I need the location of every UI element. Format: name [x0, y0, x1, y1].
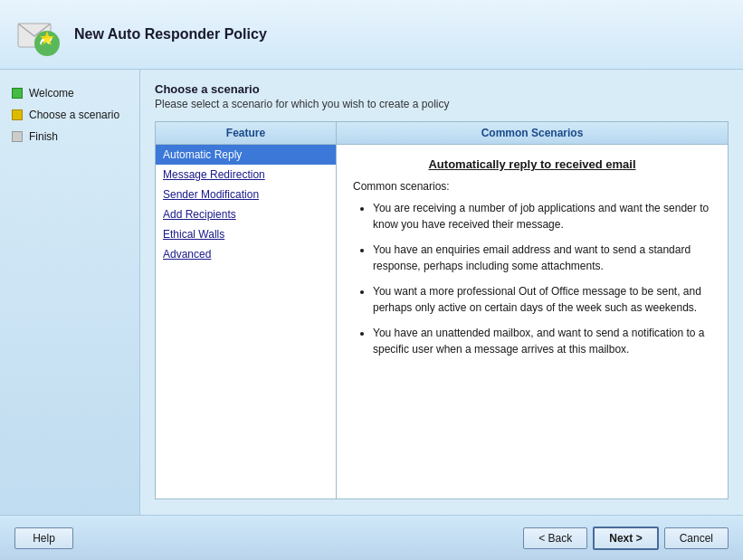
footer-left: Help — [14, 527, 73, 549]
sidebar-item-welcome-label: Welcome — [29, 87, 74, 100]
feature-item-ethical-walls[interactable]: Ethical Walls — [156, 224, 336, 244]
feature-item-add-recipients[interactable]: Add Recipients — [156, 204, 336, 224]
scenario-panel-header: Common Scenarios — [337, 122, 728, 145]
sidebar-item-welcome[interactable]: Welcome — [11, 84, 129, 102]
choose-scenario-status-icon — [11, 109, 24, 121]
scenario-panel: Common Scenarios Automatically reply to … — [337, 122, 728, 498]
scenario-bullet-0: You are receiving a number of job applic… — [373, 200, 711, 233]
cancel-button[interactable]: Cancel — [664, 527, 729, 549]
feature-item-message-redirection[interactable]: Message Redirection — [156, 165, 336, 185]
scenario-bullet-3: You have an unattended mailbox, and want… — [373, 325, 711, 357]
section-title: Choose a scenario — [155, 82, 729, 96]
scenario-bullets: You are receiving a number of job applic… — [353, 200, 711, 357]
header: New Auto Responder Policy — [0, 0, 743, 70]
footer: Help < Back Next > Cancel — [0, 515, 743, 560]
scenario-bullet-1: You have an enquiries email address and … — [373, 242, 711, 274]
feature-item-sender-modification[interactable]: Sender Modification — [156, 185, 336, 204]
section-subtitle: Please select a scenario for which you w… — [155, 98, 729, 110]
sidebar-item-finish-label: Finish — [29, 130, 58, 143]
sidebar-item-finish[interactable]: Finish — [11, 128, 129, 146]
finish-status-icon — [11, 130, 24, 143]
sidebar-item-choose-scenario-label: Choose a scenario — [29, 109, 119, 121]
scenario-bullet-2: You want a more professional Out of Offi… — [373, 283, 711, 316]
help-button[interactable]: Help — [14, 527, 73, 549]
feature-item-automatic-reply[interactable]: Automatic Reply — [156, 145, 336, 165]
main-content: Welcome Choose a scenario Finish Choose … — [0, 70, 743, 515]
feature-list: Feature Automatic Reply Message Redirect… — [156, 122, 337, 498]
scenario-common-label: Common scenarios: — [353, 180, 711, 193]
sidebar: Welcome Choose a scenario Finish — [0, 70, 140, 515]
footer-right: < Back Next > Cancel — [523, 527, 729, 550]
feature-item-advanced[interactable]: Advanced — [156, 244, 336, 264]
page-title: New Auto Responder Policy — [74, 26, 267, 43]
app-icon — [14, 11, 62, 58]
sidebar-item-choose-scenario[interactable]: Choose a scenario — [11, 106, 129, 124]
scenario-title: Automatically reply to received email — [353, 157, 711, 171]
next-button[interactable]: Next > — [593, 527, 658, 550]
back-button[interactable]: < Back — [523, 527, 587, 549]
welcome-status-icon — [11, 87, 24, 100]
content-area: Choose a scenario Please select a scenar… — [140, 70, 743, 515]
feature-list-header: Feature — [156, 122, 336, 145]
